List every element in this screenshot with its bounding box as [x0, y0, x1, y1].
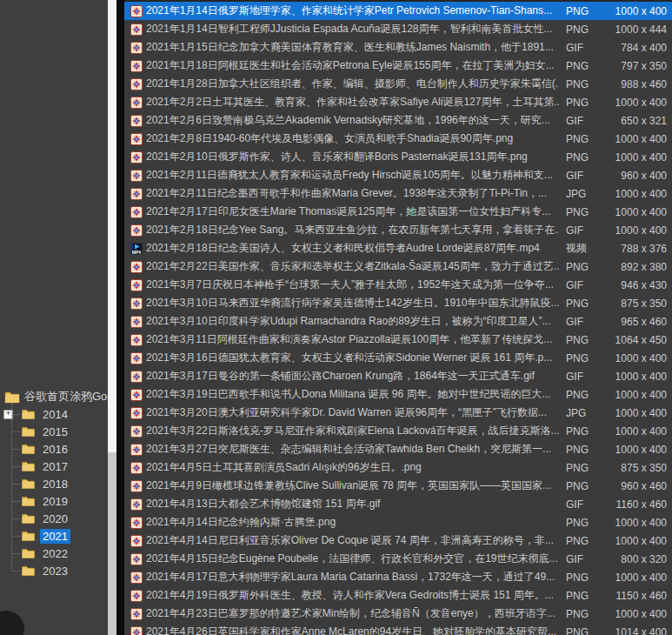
file-row[interactable]: MP4 2021年4月14日尼日利亚音乐家Oliver De Coque 诞辰 … — [124, 531, 672, 550]
file-dimensions: 1000 x 400 — [604, 352, 667, 364]
file-dimensions: 1000 x 400 — [604, 407, 667, 419]
file-row[interactable]: MP4 2021年1月28日加拿大社区组织者、作家、编辑、摄影师、电台制作人和历… — [124, 75, 672, 93]
tree-scrollbar[interactable] — [108, 0, 116, 635]
file-row[interactable]: MP4 2021年3月20日澳大利亚研究科学家Dr. David Warren … — [124, 404, 672, 422]
file-row[interactable]: MP4 2021年3月16日德国犹太教育家、女权主义者和活动家Sidonie W… — [124, 349, 672, 367]
tree-scrollbar-thumb[interactable] — [108, 452, 116, 635]
folder-label: 2022 — [40, 546, 70, 561]
file-row[interactable]: MP4 2021年2月22日美国作家、音乐家和选举权主义者Zitkala-Ša诞… — [124, 257, 672, 276]
file-row[interactable]: MP4 2021年3月10日马来西亚华裔流行病学家吴连德博士142岁生日。191… — [124, 294, 672, 312]
file-row[interactable]: MP4 2021年1月15日纪念加拿大裔美国体育教育家、医生和教练James N… — [124, 38, 672, 57]
file-row[interactable]: MP4 2021年2月18日纪念Yee Sang。马来西亚生鱼沙拉，在农历新年第… — [124, 221, 672, 239]
file-type: JPG — [559, 407, 604, 419]
folder-icon — [22, 444, 35, 454]
file-row[interactable]: MP4 2021年1月18日阿根廷医生和社会活动家Petrona Eyle诞辰1… — [124, 57, 672, 75]
file-type: PNG — [559, 5, 604, 17]
file-row[interactable]: MP4 2021年2月8日1940-60年代埃及电影偶像、女演员和歌手Shadi… — [124, 130, 672, 148]
file-row[interactable]: MP4 2021年2月10日俄罗斯作家、诗人、音乐家和翻译Boris Paste… — [124, 148, 672, 166]
file-type: PNG — [559, 78, 604, 90]
file-type: PNG — [559, 297, 604, 310]
file-name: 2021年3月11日阿根廷作曲家和演奏家Astor Piazzolla诞辰100… — [146, 332, 559, 347]
file-name: 2021年1月28日加拿大社区组织者、作家、编辑、摄影师、电台制作人和历史学家朱… — [146, 77, 559, 91]
sidebar-item-2023[interactable]: + 2023 — [0, 562, 108, 579]
image-file-icon — [130, 60, 143, 72]
file-name: 2021年2月2日土耳其医生、教育家、作家和社会改革家Safiye Ali诞辰1… — [146, 95, 559, 110]
file-row[interactable]: MP4 2021年4月13日大都会艺术博物馆建馆 151 周年.gif GIF … — [124, 495, 672, 513]
tree-connector — [12, 449, 20, 450]
file-name: 2021年2月18日纪念Yee Sang。马来西亚生鱼沙拉，在农历新年第七天享用… — [146, 223, 559, 237]
file-dimensions: 1000 x 400 — [604, 188, 667, 200]
sidebar-item-2016[interactable]: + 2016 — [0, 440, 108, 458]
file-row[interactable]: MP4 2021年2月17日印尼女医生Marie Thomas诞辰125周年，她… — [124, 203, 672, 221]
file-row[interactable]: MP4 2021年4月5日土耳其喜剧演员Sadri Alışık的96岁生日。.… — [124, 458, 672, 477]
image-file-icon — [130, 297, 143, 310]
file-row[interactable]: MP4 2021年3月17日曼谷的第一条铺面公路Charoen Krung路，1… — [124, 367, 672, 385]
file-row[interactable]: MP4 2021年4月19日俄罗斯外科医生、教授、诗人和作家Vera Gedro… — [124, 586, 672, 605]
file-list: MP4 2021年1月14日俄罗斯地理学家、作家和统计学家Petr Petrov… — [124, 0, 672, 635]
file-row[interactable]: MP4 2021年1月14日俄罗斯地理学家、作家和统计学家Petr Petrov… — [124, 2, 672, 20]
folder-label: 2017 — [40, 459, 70, 474]
file-name: 2021年1月14日俄罗斯地理学家、作家和统计学家Petr Petrovich … — [146, 3, 559, 18]
sidebar-item-2014[interactable]: + 2014 — [0, 405, 108, 423]
file-dimensions: 1000 x 400 — [604, 133, 667, 145]
file-dimensions: 1064 x 450 — [604, 334, 667, 346]
file-row[interactable]: MP4 2021年1月14日智利工程师JJusticia Espada Acuñ… — [124, 20, 672, 38]
file-row[interactable]: MP4 2021年3月19日巴西歌手和说书人Dona Militana 诞辰 9… — [124, 385, 672, 404]
file-row[interactable]: MP4 2021年3月10日印度科学家Udupi Ramachandra Rao… — [124, 312, 672, 331]
file-type: PNG — [559, 590, 604, 602]
file-row[interactable]: MP4 2021年2月18日纪念美国诗人、女权主义者和民权倡导者Audre Lo… — [124, 239, 672, 257]
sidebar-item-2017[interactable]: + 2017 — [0, 458, 108, 475]
image-file-icon — [130, 462, 143, 474]
file-row[interactable]: MP4 2021年4月26日英国科学家和作家Anne McLaren的94岁生日… — [124, 623, 672, 635]
file-row[interactable]: MP4 2021年4月17日意大利物理学家Laura Maria Catarin… — [124, 568, 672, 586]
file-row[interactable]: MP4 2021年3月11日阿根廷作曲家和演奏家Astor Piazzolla诞… — [124, 331, 672, 349]
file-dimensions: 1000 x 400 — [604, 517, 667, 529]
file-dimensions: 797 x 350 — [604, 60, 667, 72]
folder-label: 2020 — [40, 511, 70, 526]
file-row[interactable]: MP4 2021年3月22日斯洛伐克-罗马尼亚作家和戏剧家Elena Lacko… — [124, 422, 672, 440]
sidebar-item-2022[interactable]: + 2022 — [0, 545, 108, 562]
sidebar-root-folder[interactable]: 谷歌首页涂鸦Goog — [0, 388, 108, 405]
sidebar-item-2021[interactable]: + 2021 — [0, 527, 108, 545]
file-row[interactable]: MP4 2021年3月7日庆祝日本神枪手“台球第一夫人”雅子桂太郎，1952年这… — [124, 276, 672, 294]
image-file-icon — [130, 590, 143, 602]
file-row[interactable]: MP4 2021年4月23日巴塞罗那的特邀艺术家Min绘制，纪念辅音Ñ（发音en… — [124, 605, 672, 623]
file-type: PNG — [559, 334, 604, 346]
file-row[interactable]: MP4 2021年2月6日致赞南极乌克兰Akademik Vernadsky研究… — [124, 111, 672, 130]
file-row[interactable]: MP4 2021年4月9日橄榄球边锋兼教练Clive Sullivan诞辰 78… — [124, 477, 672, 495]
video-file-icon: MP4 — [130, 243, 143, 255]
file-type: PNG — [559, 261, 604, 273]
image-file-icon — [130, 425, 143, 438]
folder-icon — [22, 426, 35, 437]
file-row[interactable]: MP4 2021年3月27日突尼斯医生、杂志编辑和社会活动家Tawhida Be… — [124, 440, 672, 458]
file-name: 2021年4月14日纪念约翰内斯·古腾堡.png — [146, 515, 559, 530]
file-name: 2021年2月10日俄罗斯作家、诗人、音乐家和翻译Boris Pasternak… — [146, 150, 559, 164]
file-row[interactable]: MP4 2021年2月2日土耳其医生、教育家、作家和社会改革家Safiye Al… — [124, 93, 672, 111]
tree-connector — [12, 466, 20, 467]
file-dimensions: 1014 x 400 — [604, 626, 667, 635]
file-name: 2021年4月13日大都会艺术博物馆建馆 151 周年.gif — [146, 497, 559, 511]
file-type: GIF — [559, 498, 604, 511]
image-file-icon — [130, 23, 143, 36]
image-file-icon — [130, 5, 143, 17]
file-name: 2021年4月26日英国科学家和作家Anne McLaren的94岁生日、她对胚… — [146, 625, 559, 635]
folder-icon — [22, 548, 35, 558]
file-dimensions: 1000 x 400 — [604, 5, 667, 17]
file-row[interactable]: MP4 2021年4月14日纪念约翰内斯·古腾堡.png PNG 1000 x … — [124, 513, 672, 531]
file-row[interactable]: MP4 2021年2月11日纪念墨西哥歌手和作曲家Maria Grever。19… — [124, 184, 672, 203]
file-name: 2021年2月6日致赞南极乌克兰Akademik Vernadsky研究基地，1… — [146, 113, 559, 128]
sidebar-item-2018[interactable]: + 2018 — [0, 475, 108, 492]
file-type: PNG — [559, 97, 604, 109]
file-name: 2021年4月17日意大利物理学家Laura Maria Catarina Ba… — [146, 570, 559, 585]
sidebar-item-2019[interactable]: + 2019 — [0, 492, 108, 510]
file-dimensions: 1000 x 400 — [604, 206, 667, 218]
sidebar-item-2020[interactable]: + 2020 — [0, 510, 108, 527]
image-file-icon — [130, 553, 143, 565]
folder-label: 2016 — [40, 442, 70, 457]
file-row[interactable]: MP4 2021年4月15日纪念Eugène Poubelle，法国律师、行政长… — [124, 550, 672, 568]
image-file-icon — [130, 517, 143, 529]
image-file-icon — [130, 97, 143, 109]
sidebar-item-2015[interactable]: + 2015 — [0, 423, 108, 440]
file-name: 2021年3月7日庆祝日本神枪手“台球第一夫人”雅子桂太郎，1952年这天成为第… — [146, 277, 559, 292]
file-row[interactable]: MP4 2021年2月11日德裔犹太人教育家和运动员Fredy Hirsch诞辰… — [124, 166, 672, 184]
